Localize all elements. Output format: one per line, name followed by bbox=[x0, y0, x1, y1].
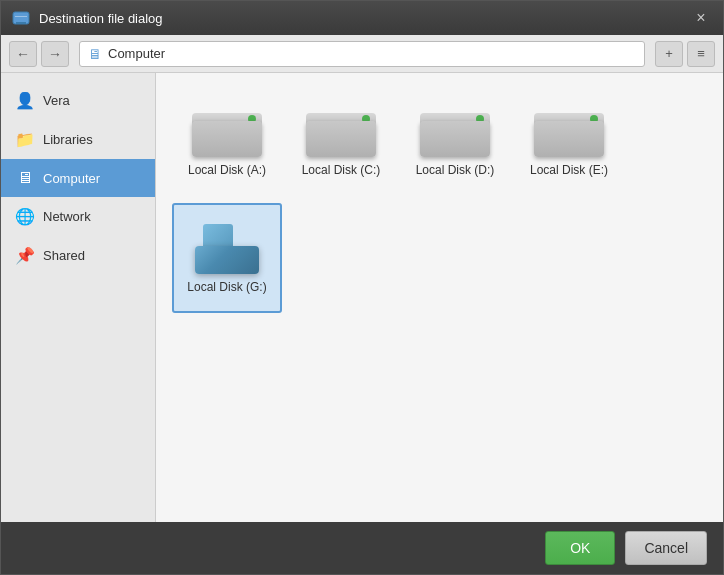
forward-button[interactable]: → bbox=[41, 41, 69, 67]
title-bar: Destination file dialog × bbox=[1, 1, 723, 35]
vera-icon: 👤 bbox=[15, 91, 35, 110]
sidebar-label-libraries: Libraries bbox=[43, 132, 93, 147]
toolbar: ← → 🖥 Computer + ≡ bbox=[1, 35, 723, 73]
hdd-body-d bbox=[420, 121, 490, 157]
file-item-disk-e[interactable]: Local Disk (E:) bbox=[514, 89, 624, 199]
network-icon: 🌐 bbox=[15, 207, 35, 226]
usb-body-g bbox=[195, 246, 259, 274]
sidebar-item-computer[interactable]: 🖥 Computer bbox=[1, 159, 155, 197]
sidebar: 👤 Vera 📁 Libraries 🖥 Computer 🌐 Network … bbox=[1, 73, 156, 522]
file-area: Local Disk (A:) Local Disk (C:) bbox=[156, 73, 723, 522]
address-text: Computer bbox=[108, 46, 165, 61]
file-label-disk-e: Local Disk (E:) bbox=[530, 163, 608, 177]
usb-icon-g bbox=[195, 224, 259, 274]
sidebar-item-vera[interactable]: 👤 Vera bbox=[1, 81, 155, 120]
shared-icon: 📌 bbox=[15, 246, 35, 265]
dialog-title: Destination file dialog bbox=[39, 11, 689, 26]
address-computer-icon: 🖥 bbox=[88, 46, 102, 62]
sidebar-label-computer: Computer bbox=[43, 171, 100, 186]
sidebar-label-vera: Vera bbox=[43, 93, 70, 108]
close-button[interactable]: × bbox=[689, 6, 713, 30]
footer: OK Cancel bbox=[1, 522, 723, 574]
computer-icon: 🖥 bbox=[15, 169, 35, 187]
file-label-disk-d: Local Disk (D:) bbox=[416, 163, 495, 177]
sidebar-item-network[interactable]: 🌐 Network bbox=[1, 197, 155, 236]
sidebar-item-libraries[interactable]: 📁 Libraries bbox=[1, 120, 155, 159]
hdd-body-a bbox=[192, 121, 262, 157]
file-label-disk-g: Local Disk (G:) bbox=[187, 280, 266, 294]
hdd-icon-c bbox=[306, 113, 376, 157]
file-item-disk-d[interactable]: Local Disk (D:) bbox=[400, 89, 510, 199]
sidebar-item-shared[interactable]: 📌 Shared bbox=[1, 236, 155, 275]
sidebar-label-network: Network bbox=[43, 209, 91, 224]
svg-rect-2 bbox=[15, 16, 27, 17]
back-button[interactable]: ← bbox=[9, 41, 37, 67]
libraries-icon: 📁 bbox=[15, 130, 35, 149]
hdd-body-e bbox=[534, 121, 604, 157]
file-item-disk-a[interactable]: Local Disk (A:) bbox=[172, 89, 282, 199]
hdd-icon-e bbox=[534, 113, 604, 157]
usb-top-g bbox=[203, 224, 233, 246]
sidebar-label-shared: Shared bbox=[43, 248, 85, 263]
dialog-icon bbox=[11, 8, 31, 28]
new-folder-button[interactable]: + bbox=[655, 41, 683, 67]
ok-button[interactable]: OK bbox=[545, 531, 615, 565]
main-content: 👤 Vera 📁 Libraries 🖥 Computer 🌐 Network … bbox=[1, 73, 723, 522]
svg-rect-1 bbox=[16, 22, 26, 24]
hdd-icon-a bbox=[192, 113, 262, 157]
destination-file-dialog: Destination file dialog × ← → 🖥 Computer… bbox=[0, 0, 724, 575]
view-button[interactable]: ≡ bbox=[687, 41, 715, 67]
hdd-icon-d bbox=[420, 113, 490, 157]
file-item-disk-c[interactable]: Local Disk (C:) bbox=[286, 89, 396, 199]
file-label-disk-c: Local Disk (C:) bbox=[302, 163, 381, 177]
file-label-disk-a: Local Disk (A:) bbox=[188, 163, 266, 177]
address-bar: 🖥 Computer bbox=[79, 41, 645, 67]
cancel-button[interactable]: Cancel bbox=[625, 531, 707, 565]
hdd-body-c bbox=[306, 121, 376, 157]
file-item-disk-g[interactable]: Local Disk (G:) bbox=[172, 203, 282, 313]
